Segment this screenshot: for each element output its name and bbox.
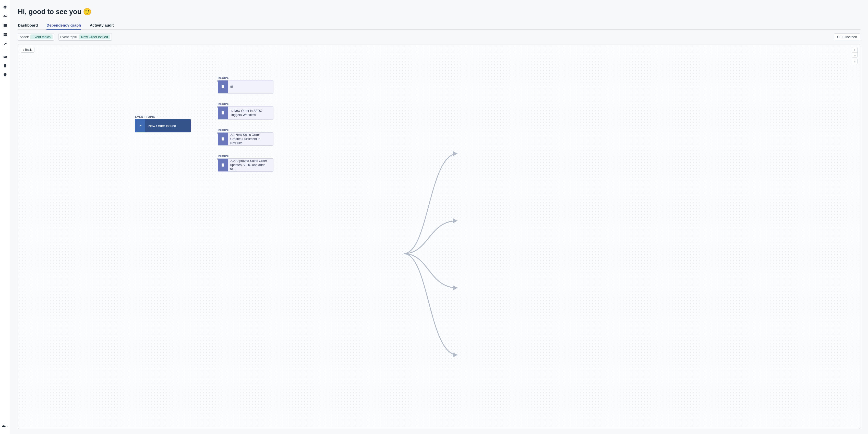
recipe-title: 2.2 Approved Sales Order updates SFDC an… — [228, 158, 273, 171]
dashboard-icon — [3, 33, 7, 37]
recipe-icon — [218, 158, 228, 171]
nav-dashboard[interactable] — [0, 30, 10, 39]
nav-tool[interactable] — [0, 39, 10, 49]
event-topic-title: New Order Issued — [145, 119, 191, 132]
recipe-icon — [218, 81, 228, 93]
tab-dashboard[interactable]: Dashboard — [18, 21, 38, 29]
book-icon — [3, 24, 7, 28]
recipe-node[interactable]: 1. New Order in SFDC Triggers Workflow — [218, 106, 273, 120]
zoom-out-button[interactable]: − — [852, 52, 857, 57]
robot-icon — [3, 54, 7, 58]
recipe-node[interactable]: fff — [218, 80, 273, 93]
workato-logo — [2, 424, 8, 430]
recipe-title: 2.1 New Sales Order Creates Fulfillment … — [228, 133, 273, 145]
nav-shield[interactable] — [0, 70, 10, 80]
shield-icon — [3, 73, 7, 77]
back-label: Back — [25, 48, 32, 52]
filter-asset[interactable]: Asset: Event topics — [18, 33, 54, 40]
layers-icon — [3, 5, 7, 9]
filter-asset-value: Event topics — [30, 34, 53, 39]
nav-snowflake[interactable] — [0, 12, 10, 21]
event-topic-tag: EVENT TOPIC — [135, 115, 155, 118]
sidebar — [0, 0, 10, 434]
recipe-title: 1. New Order in SFDC Triggers Workflow — [228, 107, 273, 119]
fullscreen-button[interactable]: Fullscreen — [834, 33, 860, 40]
back-button[interactable]: ‹ Back — [21, 47, 34, 53]
tab-dependency-graph[interactable]: Dependency graph — [46, 21, 81, 29]
chevron-left-icon: ‹ — [23, 48, 24, 51]
nav-book[interactable] — [0, 21, 10, 30]
recipe-title: fff — [228, 81, 273, 93]
greeting-text: Hi, good to see you — [18, 8, 82, 16]
filter-asset-label: Asset: — [20, 35, 29, 39]
recipe-tag: RECIPE — [218, 76, 229, 80]
wrench-icon — [3, 42, 7, 46]
fullscreen-label: Fullscreen — [842, 35, 857, 39]
svg-point-1 — [140, 125, 141, 126]
recipe-node[interactable]: 2.2 Approved Sales Order updates SFDC an… — [218, 158, 273, 172]
graph-panel[interactable]: ‹ Back + − ⤢ — [18, 44, 860, 429]
nav-robot[interactable] — [0, 52, 10, 61]
graph-zoom-controls: + − ⤢ — [852, 47, 858, 64]
tabs: Dashboard Dependency graph Activity audi… — [18, 21, 860, 30]
snowflake-icon — [3, 14, 7, 19]
graph-nodes: EVENT TOPIC New Order Issued RECIPE fff — [18, 45, 860, 429]
recipe-tag: RECIPE — [218, 103, 229, 106]
recipe-icon — [218, 133, 228, 145]
svg-point-0 — [7, 426, 7, 427]
nav-clipboard[interactable] — [0, 61, 10, 70]
main: Hi, good to see you 🙂 Dashboard Dependen… — [10, 0, 868, 434]
filter-topic-label: Event topic: — [60, 35, 78, 39]
clipboard-icon — [3, 64, 7, 68]
tab-activity-audit[interactable]: Activity audit — [90, 21, 114, 29]
broadcast-icon — [135, 119, 145, 132]
recipe-tag: RECIPE — [218, 128, 229, 132]
recipe-icon — [218, 107, 228, 119]
page-title: Hi, good to see you 🙂 — [18, 8, 860, 16]
recipe-tag: RECIPE — [218, 154, 229, 157]
event-topic-node[interactable]: New Order Issued — [135, 119, 191, 132]
filter-bar: Asset: Event topics Event topic: New Ord… — [18, 33, 860, 40]
recipe-node[interactable]: 2.1 New Sales Order Creates Fulfillment … — [218, 132, 273, 146]
filter-topic-value: New Order Issued — [79, 34, 110, 39]
filter-event-topic[interactable]: Event topic: New Order Issued — [59, 33, 112, 40]
nav-layers[interactable] — [0, 3, 10, 12]
zoom-fit-button[interactable]: ⤢ — [852, 59, 857, 64]
zoom-in-button[interactable]: + — [852, 47, 857, 52]
fullscreen-icon — [837, 35, 840, 38]
greeting-emoji: 🙂 — [83, 8, 92, 16]
sidebar-divider — [2, 50, 8, 50]
